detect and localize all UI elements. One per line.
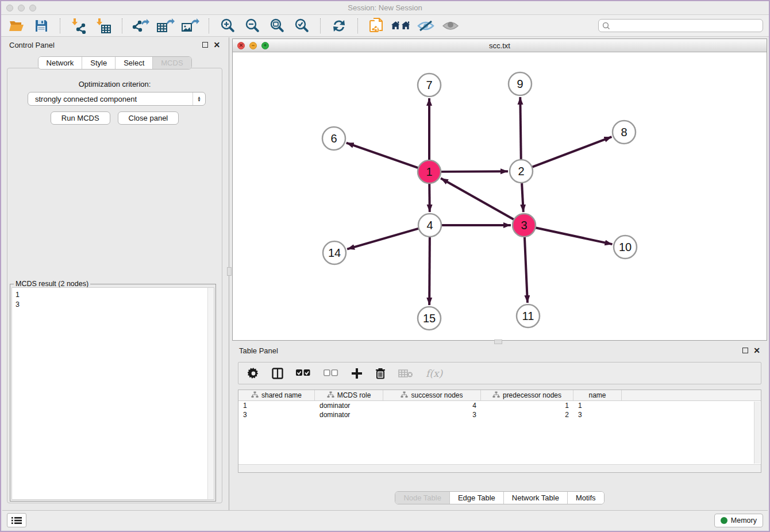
search-input[interactable] bbox=[613, 22, 759, 30]
network-window: ✕ − + scc.txt 1234678910111415 bbox=[232, 38, 767, 341]
control-panel: Control Panel ✕ NetworkStyleSelectMCDS O… bbox=[2, 37, 227, 510]
node-label: 14 bbox=[328, 246, 341, 259]
table-cell[interactable]: 1 bbox=[238, 401, 315, 410]
node-label: 8 bbox=[621, 126, 627, 138]
hide-graphics-icon[interactable] bbox=[416, 17, 436, 34]
tab-edge-table[interactable]: Edge Table bbox=[450, 492, 504, 504]
tab-mcds[interactable]: MCDS bbox=[153, 57, 191, 69]
attribute-icon bbox=[401, 391, 408, 400]
edge-4-15[interactable] bbox=[429, 237, 430, 305]
attribute-icon bbox=[327, 391, 334, 400]
network-window-titlebar: ✕ − + scc.txt bbox=[233, 39, 767, 52]
edge-3-11[interactable] bbox=[525, 237, 528, 303]
mcds-result-group: MCDS result (2 nodes) 1 3 bbox=[10, 284, 216, 502]
memory-label: Memory bbox=[731, 516, 757, 525]
column-header-predecessor-nodes[interactable]: predecessor nodes bbox=[481, 390, 573, 400]
edge-1-6[interactable] bbox=[346, 143, 418, 168]
table-cell[interactable]: dominator bbox=[315, 401, 383, 410]
table-cell[interactable]: 2 bbox=[481, 410, 573, 419]
network-title: scc.txt bbox=[233, 41, 767, 50]
network-canvas[interactable]: 1234678910111415 bbox=[233, 52, 767, 340]
column-header-name[interactable]: name bbox=[573, 390, 622, 400]
table-toolbar: f(x) bbox=[238, 362, 761, 384]
table-cell[interactable]: dominator bbox=[315, 410, 383, 419]
split-columns-icon[interactable] bbox=[272, 368, 283, 379]
edge-3-10[interactable] bbox=[536, 228, 613, 244]
open-session-file-icon[interactable] bbox=[367, 17, 386, 34]
network-graph[interactable]: 1234678910111415 bbox=[233, 52, 767, 340]
node-label: 15 bbox=[423, 312, 436, 325]
splitter-handle[interactable] bbox=[227, 267, 232, 276]
refresh-icon[interactable] bbox=[329, 17, 349, 34]
edge-2-8[interactable] bbox=[532, 137, 612, 167]
float-panel-icon[interactable] bbox=[742, 348, 748, 353]
memory-button[interactable]: Memory bbox=[714, 514, 763, 527]
zoom-in-icon[interactable] bbox=[218, 17, 237, 34]
deselect-all-icon[interactable] bbox=[324, 369, 338, 377]
function-icon[interactable]: f(x) bbox=[426, 368, 442, 379]
search-icon bbox=[602, 22, 610, 30]
tab-node-table[interactable]: Node Table bbox=[395, 492, 450, 504]
tab-select[interactable]: Select bbox=[116, 57, 153, 69]
table-cell[interactable]: 3 bbox=[238, 410, 315, 419]
delete-icon[interactable] bbox=[375, 368, 386, 379]
add-icon[interactable] bbox=[351, 368, 363, 379]
import-table-icon[interactable] bbox=[94, 17, 113, 34]
horizontal-scrollbar[interactable] bbox=[238, 464, 761, 472]
vertical-splitter[interactable] bbox=[227, 37, 232, 510]
gear-icon[interactable] bbox=[248, 368, 259, 379]
select-all-icon[interactable] bbox=[296, 369, 311, 377]
edge-2-3[interactable] bbox=[522, 183, 523, 212]
table-header-row: shared nameMCDS rolesuccessor nodesprede… bbox=[238, 390, 761, 401]
close-panel-icon[interactable]: ✕ bbox=[753, 346, 760, 354]
edge-1-2[interactable] bbox=[441, 171, 508, 172]
open-session-icon[interactable] bbox=[7, 17, 26, 34]
run-mcds-button[interactable]: Run MCDS bbox=[51, 111, 110, 125]
close-panel-icon[interactable]: ✕ bbox=[213, 41, 220, 49]
tab-network-table[interactable]: Network Table bbox=[504, 492, 568, 504]
export-image-icon[interactable] bbox=[180, 17, 200, 34]
tab-network[interactable]: Network bbox=[38, 57, 83, 69]
show-graphics-icon[interactable] bbox=[441, 17, 460, 34]
column-header-successor-nodes[interactable]: successor nodes bbox=[383, 390, 481, 400]
edge-2-9[interactable] bbox=[520, 97, 521, 160]
node-label: 6 bbox=[330, 132, 337, 145]
edge-4-14[interactable] bbox=[347, 229, 419, 249]
export-network-icon[interactable] bbox=[131, 17, 151, 34]
criterion-dropdown[interactable]: strongly connected component ▲▼ bbox=[28, 92, 206, 106]
table-row[interactable]: 3dominator323 bbox=[238, 410, 761, 419]
toolbar-separator bbox=[122, 18, 122, 33]
attribute-icon bbox=[251, 391, 259, 400]
delete-column-icon[interactable] bbox=[398, 369, 413, 378]
search-field[interactable] bbox=[598, 19, 763, 32]
table-cell[interactable]: 3 bbox=[573, 410, 622, 419]
tab-style[interactable]: Style bbox=[82, 57, 116, 69]
splitter-handle[interactable] bbox=[494, 340, 502, 344]
tab-motifs[interactable]: Motifs bbox=[568, 492, 604, 504]
zoom-out-icon[interactable] bbox=[242, 17, 262, 34]
table-cell[interactable]: 1 bbox=[481, 401, 573, 410]
column-header-MCDS-role[interactable]: MCDS role bbox=[315, 390, 383, 400]
close-panel-button[interactable]: Close panel bbox=[118, 111, 179, 125]
column-header-shared-name[interactable]: shared name bbox=[238, 390, 315, 400]
table-cell[interactable]: 1 bbox=[573, 401, 622, 410]
table-cell[interactable]: 3 bbox=[383, 410, 481, 419]
main-area: Control Panel ✕ NetworkStyleSelectMCDS O… bbox=[2, 37, 768, 510]
mcds-panel: Optimization criterion: strongly connect… bbox=[7, 68, 222, 503]
zoom-fit-icon[interactable] bbox=[267, 17, 287, 34]
edge-3-1[interactable] bbox=[441, 178, 514, 219]
float-panel-icon[interactable] bbox=[202, 42, 208, 48]
node-table: shared nameMCDS rolesuccessor nodesprede… bbox=[238, 390, 761, 473]
vertical-scrollbar[interactable] bbox=[754, 402, 760, 464]
zoom-selected-icon[interactable] bbox=[292, 17, 311, 34]
network-overview-icon[interactable] bbox=[391, 17, 411, 34]
edge-1-4[interactable] bbox=[429, 183, 430, 212]
save-session-icon[interactable] bbox=[32, 17, 51, 34]
table-row[interactable]: 1dominator411 bbox=[238, 401, 761, 410]
table-cell[interactable]: 4 bbox=[383, 401, 481, 410]
import-network-icon[interactable] bbox=[69, 17, 88, 34]
export-table-icon[interactable] bbox=[156, 17, 175, 34]
result-scrollbar[interactable] bbox=[207, 288, 214, 499]
list-icon bbox=[11, 516, 22, 525]
task-history-button[interactable] bbox=[7, 513, 26, 527]
